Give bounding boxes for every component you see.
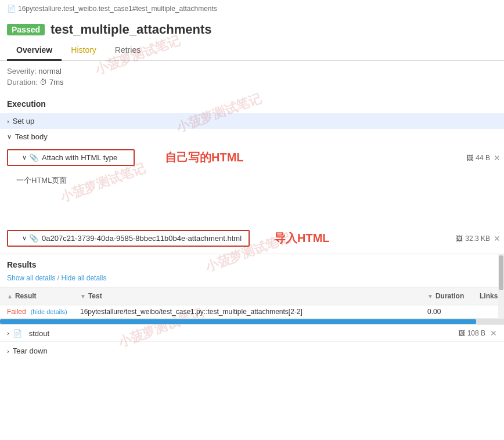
stdout-row[interactable]: › 📄 stdout 🖼 108 B ✕ <box>0 324 504 341</box>
duration-row: Duration: ⏱ 7ms <box>7 78 497 86</box>
severity-row: Severity: normal <box>7 67 497 75</box>
scrollbar-h-thumb <box>0 319 476 324</box>
results-section: Results Show all details / Hide all deta… <box>0 254 504 324</box>
attachment1-name: Attach with HTML type <box>42 153 117 162</box>
setup-chevron: › <box>7 118 9 125</box>
attachment2-name: 0a207c21-3739-40da-9585-8bbec11b0b4e-att… <box>42 234 242 243</box>
attachment1-size-icon: 🖼 <box>466 154 473 162</box>
col-header-result: ▲ Result <box>0 290 75 302</box>
test-cell: 16pytestallure/test_weibo/test_case1.py:… <box>75 305 423 318</box>
attachment1-row: ∨ 📎 Attach with HTML type <box>7 149 135 166</box>
result-cell: Failed (hide details) <box>0 305 75 318</box>
col-header-test: ▼ Test <box>75 290 423 302</box>
attachment2-size: 🖼 32.3 KB <box>456 235 490 243</box>
breadcrumb: 📄 16pytestallure.test_weibo.test_case1#t… <box>0 0 504 17</box>
passed-badge: Passed <box>7 24 45 35</box>
setup-row[interactable]: › Set up <box>0 113 504 129</box>
setup-label: Set up <box>13 117 35 125</box>
attachment2-icon: 📎 <box>29 234 38 243</box>
stdout-close-btn[interactable]: ✕ <box>490 329 497 338</box>
meta-section: Severity: normal Duration: ⏱ 7ms <box>0 61 504 95</box>
show-all-details-link[interactable]: Show all details <box>7 274 55 282</box>
stdout-label: stdout <box>29 329 49 338</box>
attachment2-chevron: ∨ <box>22 235 27 242</box>
test-body-label: Test body <box>15 132 48 141</box>
table-header: ▲ Result ▼ Test ▼ Duration Links <box>0 287 504 305</box>
breadcrumb-path: 16pytestallure.test_weibo.test_case1#tes… <box>18 5 217 13</box>
tab-retries[interactable]: Retries <box>106 41 150 61</box>
stdout-size-icon: 🖼 <box>458 329 465 337</box>
stdout-size: 🖼 108 B <box>458 329 485 337</box>
severity-value: normal <box>38 67 62 75</box>
hide-details-link[interactable]: (hide details) <box>31 308 67 315</box>
results-links: Show all details / Hide all details <box>0 272 504 287</box>
execution-title: Execution <box>0 95 504 113</box>
slash: / <box>57 274 59 282</box>
failed-label: Failed <box>7 308 26 316</box>
teardown-chevron: › <box>7 348 9 355</box>
attachment1-size-value: 44 B <box>476 154 490 162</box>
sort-arrow-test: ▼ <box>80 293 86 300</box>
duration-label: Duration: <box>7 78 38 86</box>
attachment2-size-value: 32.3 KB <box>465 235 490 243</box>
attachment1-chevron: ∨ <box>22 154 27 161</box>
annotation2-text: 导入HTML <box>274 230 330 246</box>
teardown-label: Tear down <box>13 347 48 355</box>
attachment1-icon: 📎 <box>29 153 38 162</box>
scrollbar-thumb <box>499 255 503 290</box>
table-row: Failed (hide details) 16pytestallure/tes… <box>0 305 504 319</box>
stdout-size-value: 108 B <box>467 329 485 337</box>
scrollbar-right[interactable] <box>498 254 504 324</box>
hide-all-details-link[interactable]: Hide all details <box>61 274 106 282</box>
severity-label: Severity: <box>7 67 37 75</box>
stdout-chevron: › <box>7 330 9 337</box>
test-path: 16pytestallure/test_weibo/test_case1.py:… <box>80 308 303 316</box>
horizontal-scrollbar[interactable] <box>0 319 504 324</box>
duration-cell: 0.00 <box>423 305 475 318</box>
html-preview: 一个HTML页面 <box>0 171 504 190</box>
tabs-bar: Overview History Retries <box>0 41 504 61</box>
attachment1-close-btn[interactable]: ✕ <box>494 153 501 163</box>
tab-history[interactable]: History <box>62 41 106 61</box>
stdout-icon: 📄 <box>13 329 22 338</box>
duration-value: 0.00 <box>427 308 441 316</box>
sort-arrow-result: ▲ <box>7 293 13 300</box>
test-title: test_multiple_attachments <box>51 22 212 37</box>
col-header-duration: ▼ Duration <box>423 290 475 302</box>
duration-icon: ⏱ <box>39 78 47 86</box>
attachment2-row: ∨ 📎 0a207c21-3739-40da-9585-8bbec11b0b4e… <box>7 230 250 247</box>
attachment2-close-btn[interactable]: ✕ <box>494 234 501 243</box>
tab-overview[interactable]: Overview <box>7 41 62 61</box>
results-title: Results <box>0 254 504 272</box>
annotation1-text: 自己写的HTML <box>165 150 244 165</box>
sort-arrow-duration: ▼ <box>427 293 433 300</box>
attachment1-size: 🖼 44 B <box>466 154 490 162</box>
test-body-header[interactable]: ∨ Test body <box>0 129 504 145</box>
duration-value: 7ms <box>49 78 64 86</box>
attachment2-size-icon: 🖼 <box>456 235 463 243</box>
teardown-row[interactable]: › Tear down <box>0 341 504 360</box>
test-body-chevron: ∨ <box>7 133 12 140</box>
spacer <box>0 190 504 225</box>
breadcrumb-icon: 📄 <box>7 5 16 13</box>
title-bar: Passed test_multiple_attachments <box>0 17 504 41</box>
